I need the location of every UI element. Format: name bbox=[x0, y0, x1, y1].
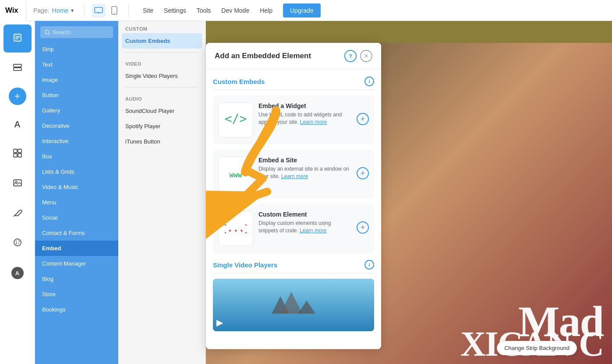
typography-icon: A bbox=[14, 119, 20, 130]
panel-item-button[interactable]: Button bbox=[35, 88, 118, 103]
video-section-info-button[interactable]: i bbox=[364, 260, 374, 270]
svg-line-18 bbox=[14, 216, 14, 217]
nav-tools[interactable]: Tools bbox=[197, 5, 211, 16]
search-box[interactable] bbox=[40, 26, 113, 38]
embed-custom-icon-box: {...} bbox=[218, 211, 253, 246]
panel-item-image[interactable]: Image bbox=[35, 72, 118, 88]
modal-help-button[interactable]: ? bbox=[344, 50, 357, 62]
embed-site-card: www Embed a Site Display an external sit… bbox=[213, 150, 374, 199]
sub-item-soundcloud[interactable]: SoundCloud Player bbox=[118, 103, 205, 119]
video-thumbnail bbox=[213, 279, 374, 331]
video-section-title: Single Video Players bbox=[213, 261, 364, 269]
upgrade-button[interactable]: Upgrade bbox=[283, 4, 321, 18]
panel-item-lists-grids[interactable]: Lists & Grids bbox=[35, 164, 118, 179]
add-element-button[interactable]: + bbox=[9, 88, 26, 105]
embed-site-add-button[interactable]: + bbox=[357, 167, 369, 179]
panel-item-decorative[interactable]: Decorative bbox=[35, 118, 118, 133]
panel-search-container bbox=[35, 21, 118, 42]
nav-settings[interactable]: Settings bbox=[164, 5, 186, 16]
www-icon: www bbox=[225, 163, 247, 185]
embed-custom-learn-more[interactable]: Learn more bbox=[300, 228, 326, 234]
top-nav: Site Settings Tools Dev Mode Help Upgrad… bbox=[132, 4, 338, 18]
wix-logo[interactable]: Wix bbox=[0, 0, 26, 21]
embed-widget-add-button[interactable]: + bbox=[357, 113, 369, 125]
top-bar: Wix Page: Home ▾ Site Settings Tools Dev… bbox=[0, 0, 612, 21]
svg-line-22 bbox=[48, 33, 50, 35]
svg-rect-15 bbox=[18, 154, 21, 157]
svg-rect-11 bbox=[14, 68, 21, 70]
embed-custom-desc: Display custom elements using snippets o… bbox=[258, 220, 351, 234]
sub-item-custom-embeds[interactable]: Custom Embeds bbox=[122, 33, 202, 49]
braces-icon: {...} bbox=[225, 217, 247, 239]
panel-item-video-music[interactable]: Video & Music bbox=[35, 179, 118, 195]
nav-help[interactable]: Help bbox=[260, 5, 272, 16]
embed-custom-info: Custom Element Display custom elements u… bbox=[258, 211, 351, 234]
panel-item-interactive[interactable]: Interactive bbox=[35, 133, 118, 149]
embed-site-title: Embed a Site bbox=[258, 157, 351, 164]
embed-custom-title: Custom Element bbox=[258, 211, 351, 218]
panel-item-contact-forms[interactable]: Contact & Forms bbox=[35, 225, 118, 241]
panel-item-gallery[interactable]: Gallery bbox=[35, 103, 118, 118]
embed-custom-add-button[interactable]: + bbox=[357, 221, 369, 234]
custom-embeds-section-header: Custom Embeds i bbox=[213, 77, 374, 90]
media-icon bbox=[13, 178, 22, 190]
sub-section-video: VIDEO bbox=[118, 56, 205, 68]
panel-item-menu[interactable]: Menu bbox=[35, 195, 118, 210]
mobile-view-btn[interactable] bbox=[107, 4, 121, 18]
panel-item-bookings[interactable]: Bookings bbox=[35, 302, 118, 317]
panel-item-strip[interactable]: Strip bbox=[35, 42, 118, 57]
page-selector[interactable]: Page: Home ▾ bbox=[26, 7, 81, 14]
panel-item-social[interactable]: Social bbox=[35, 210, 118, 225]
embed-modal: Add an Embedded Element ? ✕ Custom Embed… bbox=[206, 43, 381, 349]
panel-item-blog[interactable]: Blog bbox=[35, 271, 118, 287]
search-input[interactable] bbox=[53, 29, 109, 35]
toolbar-components[interactable] bbox=[4, 140, 32, 168]
modal-header: Add an Embedded Element ? ✕ bbox=[206, 43, 381, 70]
toolbar-typography[interactable]: A bbox=[4, 110, 32, 138]
toolbar-account[interactable]: A bbox=[4, 259, 32, 287]
sub-divider-1 bbox=[125, 52, 198, 52]
change-strip-label: Change Strip Background bbox=[504, 345, 570, 351]
sub-item-itunes[interactable]: iTunes Button bbox=[118, 134, 205, 149]
apps-icon: 17 bbox=[13, 238, 22, 249]
svg-rect-12 bbox=[14, 149, 17, 153]
modal-close-button[interactable]: ✕ bbox=[360, 50, 372, 62]
panel-item-content-manager[interactable]: Content Manager bbox=[35, 256, 118, 271]
toolbar-sections[interactable] bbox=[4, 54, 32, 82]
embed-site-learn-more[interactable]: Learn more bbox=[281, 173, 308, 179]
embed-widget-learn-more[interactable]: Learn more bbox=[300, 119, 327, 125]
svg-rect-10 bbox=[14, 64, 21, 67]
toolbar-pages[interactable] bbox=[4, 24, 32, 52]
components-icon bbox=[13, 148, 22, 160]
panel-item-store[interactable]: Store bbox=[35, 287, 118, 302]
toolbar-pen[interactable] bbox=[4, 200, 32, 228]
svg-text:{...}: {...} bbox=[225, 223, 247, 234]
modal-title: Add an Embedded Element bbox=[215, 52, 344, 60]
svg-rect-16 bbox=[14, 180, 21, 186]
embed-site-info: Embed a Site Display an external site in… bbox=[258, 157, 351, 180]
change-strip-background-button[interactable]: Change Strip Background bbox=[497, 341, 577, 355]
custom-embeds-info-button[interactable]: i bbox=[364, 77, 374, 86]
embed-widget-icon-box: </> bbox=[218, 102, 253, 137]
pages-icon bbox=[13, 33, 22, 45]
toolbar-apps[interactable]: 17 bbox=[4, 229, 32, 257]
panel-item-box[interactable]: Box bbox=[35, 149, 118, 164]
embed-widget-desc: Use HTML code to add widgets and apps to… bbox=[258, 111, 351, 126]
custom-embeds-title: Custom Embeds bbox=[213, 78, 364, 85]
page-label: Page: bbox=[33, 7, 50, 14]
panel-item-text[interactable]: Text bbox=[35, 57, 118, 72]
view-toggle bbox=[84, 4, 129, 18]
sections-icon bbox=[13, 63, 22, 74]
desktop-view-btn[interactable] bbox=[92, 4, 106, 18]
sub-item-spotify[interactable]: Spotify Player bbox=[118, 119, 205, 134]
nav-site[interactable]: Site bbox=[143, 5, 153, 16]
sub-panel: CUSTOM Custom Embeds VIDEO Single Video … bbox=[118, 21, 206, 364]
svg-rect-13 bbox=[18, 149, 21, 153]
nav-dev-mode[interactable]: Dev Mode bbox=[221, 5, 249, 16]
panel-item-embed[interactable]: Embed bbox=[35, 241, 118, 256]
sub-section-custom: CUSTOM bbox=[118, 21, 205, 33]
toolbar-media[interactable] bbox=[4, 170, 32, 198]
sub-item-single-video[interactable]: Single Video Players bbox=[118, 68, 205, 84]
embed-widget-card: </> Embed a Widget Use HTML code to add … bbox=[213, 95, 374, 144]
sub-section-audio: AUDIO bbox=[118, 91, 205, 103]
